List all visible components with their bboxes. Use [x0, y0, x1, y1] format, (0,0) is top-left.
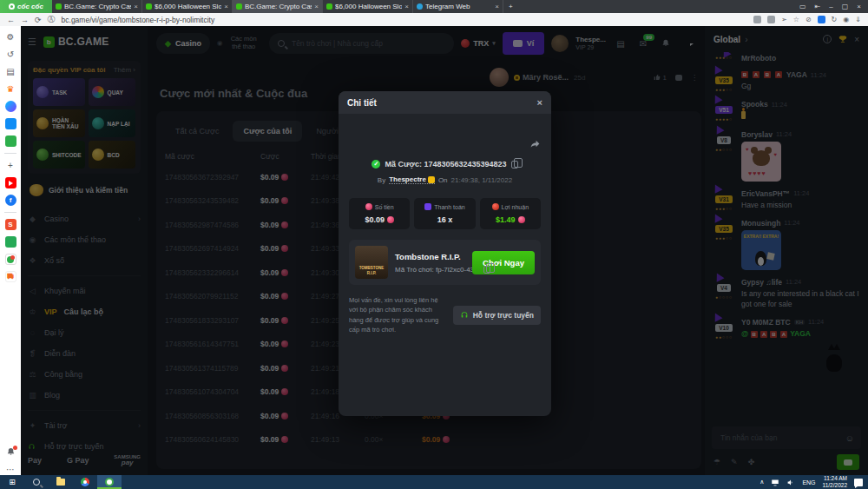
- action-center-icon[interactable]: [854, 479, 863, 486]
- copy-icon[interactable]: [511, 161, 518, 169]
- browser-tab-2[interactable]: $6,000 Halloween Slot Battle ×: [142, 0, 233, 13]
- maximize-button[interactable]: ▢: [842, 3, 849, 10]
- copy-icon[interactable]: [483, 266, 490, 274]
- browser-tab-1[interactable]: BC.Game: Crypto Casino Gan ×: [52, 0, 142, 13]
- site-security-icon[interactable]: Ⓐ: [48, 14, 56, 25]
- coccoc-browser-logo[interactable]: cốc cốc: [0, 0, 52, 13]
- trx-gem-icon: [518, 216, 525, 223]
- chrome-icon[interactable]: [73, 475, 97, 489]
- store-icon[interactable]: [5, 236, 16, 248]
- download-extension-icon[interactable]: [818, 16, 825, 23]
- reload-button[interactable]: ⟳: [35, 16, 42, 24]
- browser-tab-3-active[interactable]: BC.Game: Crypto Casino Gan ×: [233, 0, 323, 13]
- zalo-icon[interactable]: [5, 118, 16, 129]
- divider: [4, 212, 16, 213]
- headset-icon: [460, 311, 469, 320]
- bcgame-favicon: [56, 3, 62, 10]
- live-support-button[interactable]: Hỗ trợ trực tuyến: [453, 306, 541, 325]
- amount-gem-icon: [365, 203, 372, 210]
- game-thumbnail[interactable]: TOMBSTONE R.I.P.: [355, 246, 388, 279]
- game-title[interactable]: Tombstone R.I.P.: [395, 252, 465, 261]
- taskbar-clock[interactable]: 11:24 AM 11/2/2022: [823, 475, 847, 489]
- bcgame-favicon: [236, 3, 242, 10]
- tab-title: $6,000 Halloween Slot Battle: [155, 3, 221, 10]
- tab-search-icon[interactable]: ▭: [799, 3, 806, 10]
- browser-tab-4[interactable]: $6,000 Halloween Slot Battl ×: [323, 0, 413, 13]
- coccoc-taskbar-icon[interactable]: [97, 475, 122, 489]
- reading-list-icon[interactable]: ▤: [5, 66, 16, 77]
- modal-header: Chi tiết ×: [339, 91, 551, 114]
- notifications-bell-icon[interactable]: [5, 446, 16, 458]
- sync-icon[interactable]: ↻: [832, 16, 838, 23]
- profile-avatar-icon[interactable]: ◉: [843, 16, 849, 23]
- blocker-icon[interactable]: ⊘: [806, 16, 812, 23]
- play-now-button[interactable]: Chơi Ngay: [472, 251, 535, 274]
- show-hidden-icons[interactable]: ∧: [760, 479, 764, 486]
- share-icon[interactable]: [529, 138, 541, 149]
- bookmark-star-icon[interactable]: ☆: [793, 16, 799, 23]
- messenger-icon[interactable]: [5, 101, 16, 112]
- window-controls: ▭ ⇤ – ▢ ×: [799, 3, 868, 10]
- vip-medal-icon: [428, 176, 435, 183]
- close-window-button[interactable]: ×: [857, 3, 861, 10]
- browser-tab-strip: cốc cốc BC.Game: Crypto Casino Gan × $6,…: [0, 0, 868, 13]
- facebook-icon[interactable]: f: [5, 195, 16, 206]
- youtube-icon[interactable]: [5, 177, 16, 188]
- browser-side-rail: ⚙ ↺ ▤ ♛ + f S ⛟ ⋯: [0, 26, 21, 475]
- extension-icons: ➢ ☆ ⊘ ↻ ◉ ⇓: [753, 16, 861, 23]
- extension-icon[interactable]: [753, 16, 761, 23]
- language-indicator[interactable]: ENG: [802, 479, 815, 486]
- bet-details-modal: Chi tiết × ✓ Mã Cược: 174830563243539482…: [339, 91, 551, 416]
- tab-close-icon[interactable]: ×: [404, 3, 409, 10]
- tab-title: Telegram Web: [425, 3, 492, 10]
- hot-trending-icon[interactable]: ♛: [5, 83, 16, 95]
- on-label: On: [438, 176, 448, 184]
- forward-button[interactable]: →: [21, 16, 29, 24]
- tab-title: $6,000 Halloween Slot Battl: [335, 3, 402, 10]
- chat-app-icon[interactable]: [5, 254, 16, 265]
- minimize-button[interactable]: –: [829, 3, 832, 10]
- shopee-icon[interactable]: S: [5, 219, 16, 230]
- close-modal-icon[interactable]: ×: [537, 97, 542, 108]
- back-button[interactable]: ←: [7, 16, 15, 24]
- game-id-text: Mã Trò chơi: fp-7l2xc0-43...: [395, 266, 480, 274]
- bcgame-favicon: [146, 3, 152, 10]
- more-options-icon[interactable]: ⋯: [5, 464, 16, 475]
- settings-gear-icon[interactable]: ⚙: [5, 31, 16, 43]
- support-note: Mọi vấn đề, xin vui lòng liên hệ với bộ …: [349, 295, 446, 334]
- extension-icon[interactable]: [767, 16, 775, 23]
- share-page-icon[interactable]: ➢: [781, 16, 787, 23]
- stat-payout: Thanh toán 16 x: [414, 198, 475, 229]
- browser-address-bar: ← → ⟳ Ⓐ bc.game/vi/game/tombstone-r-i-p-…: [0, 13, 868, 26]
- bcgame-favicon: [326, 3, 332, 10]
- tab-close-icon[interactable]: ×: [224, 3, 228, 10]
- tab-close-icon[interactable]: ×: [134, 3, 138, 10]
- payout-wallet-icon: [424, 203, 431, 210]
- file-explorer-icon[interactable]: [49, 475, 73, 489]
- tab-title: BC.Game: Crypto Casino Gan: [64, 3, 131, 10]
- player-link[interactable]: Thespectre: [389, 175, 435, 184]
- tab-close-icon[interactable]: ×: [495, 3, 499, 10]
- by-label: By: [378, 176, 385, 184]
- speaker-icon[interactable]: [786, 479, 795, 486]
- tab-close-icon[interactable]: ×: [314, 3, 319, 10]
- cart-icon[interactable]: ⛟: [5, 271, 16, 282]
- add-shortcut-icon[interactable]: +: [5, 160, 16, 171]
- bet-id-text: Mã Cược: 1748305632435394823: [385, 160, 506, 169]
- restore-last-tab-icon[interactable]: ⇤: [815, 3, 821, 10]
- new-tab-button[interactable]: +: [503, 3, 518, 10]
- taskbar-search-icon[interactable]: [24, 475, 49, 489]
- network-icon[interactable]: [771, 479, 779, 486]
- downloads-tray-icon[interactable]: ⇓: [855, 16, 861, 23]
- trx-gem-icon: [387, 216, 394, 223]
- games-gamepad-icon[interactable]: [5, 135, 16, 147]
- history-icon[interactable]: ↺: [5, 49, 16, 60]
- start-button[interactable]: ⊞: [0, 475, 24, 489]
- divider: [4, 153, 16, 154]
- coccoc-logo-text: cốc cốc: [17, 3, 43, 10]
- url-text[interactable]: bc.game/vi/game/tombstone-r-i-p-by-nolim…: [62, 16, 215, 24]
- profit-sprout-icon: [492, 203, 499, 210]
- verified-check-icon: ✓: [372, 160, 380, 169]
- windows-taskbar: ⊞ ∧ ENG 11:24 AM 11/2/2022: [0, 475, 868, 489]
- browser-tab-5[interactable]: Telegram Web ×: [413, 0, 503, 13]
